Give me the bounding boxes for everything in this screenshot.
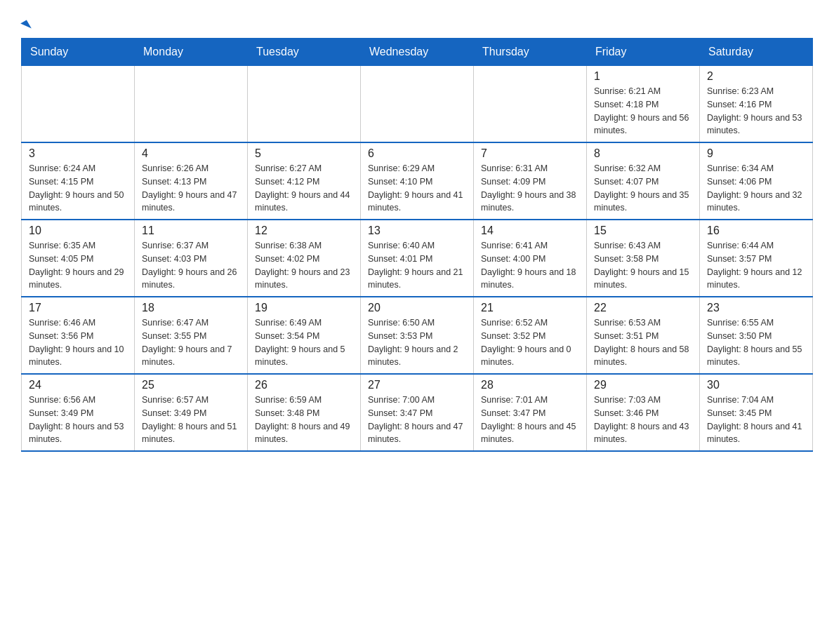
day-info: Sunrise: 6:59 AM Sunset: 3:48 PM Dayligh… xyxy=(255,394,353,446)
day-number: 13 xyxy=(368,224,466,237)
calendar-cell xyxy=(135,66,248,143)
calendar-cell: 22Sunrise: 6:53 AM Sunset: 3:51 PM Dayli… xyxy=(587,297,700,374)
calendar-week-row: 17Sunrise: 6:46 AM Sunset: 3:56 PM Dayli… xyxy=(22,297,813,374)
calendar-cell: 2Sunrise: 6:23 AM Sunset: 4:16 PM Daylig… xyxy=(700,66,813,143)
day-info: Sunrise: 6:52 AM Sunset: 3:52 PM Dayligh… xyxy=(481,316,579,369)
day-number: 2 xyxy=(707,70,805,83)
calendar-cell: 24Sunrise: 6:56 AM Sunset: 3:49 PM Dayli… xyxy=(22,374,135,451)
day-info: Sunrise: 6:29 AM Sunset: 4:10 PM Dayligh… xyxy=(368,162,466,215)
calendar-cell: 5Sunrise: 6:27 AM Sunset: 4:12 PM Daylig… xyxy=(248,142,361,220)
day-number: 1 xyxy=(594,70,692,83)
col-header-wednesday: Wednesday xyxy=(361,39,474,66)
day-number: 18 xyxy=(142,302,240,314)
day-info: Sunrise: 6:50 AM Sunset: 3:53 PM Dayligh… xyxy=(368,316,466,369)
day-number: 24 xyxy=(29,379,127,391)
day-number: 21 xyxy=(481,302,579,314)
calendar-cell: 3Sunrise: 6:24 AM Sunset: 4:15 PM Daylig… xyxy=(22,142,135,220)
calendar-cell: 28Sunrise: 7:01 AM Sunset: 3:47 PM Dayli… xyxy=(474,374,587,451)
calendar-cell: 12Sunrise: 6:38 AM Sunset: 4:02 PM Dayli… xyxy=(248,220,361,297)
day-number: 5 xyxy=(255,147,353,160)
calendar-cell: 18Sunrise: 6:47 AM Sunset: 3:55 PM Dayli… xyxy=(135,297,248,374)
day-number: 11 xyxy=(142,224,240,237)
day-info: Sunrise: 6:21 AM Sunset: 4:18 PM Dayligh… xyxy=(594,85,692,137)
calendar-cell: 15Sunrise: 6:43 AM Sunset: 3:58 PM Dayli… xyxy=(587,220,700,297)
day-number: 4 xyxy=(142,147,240,160)
day-info: Sunrise: 7:01 AM Sunset: 3:47 PM Dayligh… xyxy=(481,394,579,446)
calendar-week-row: 24Sunrise: 6:56 AM Sunset: 3:49 PM Dayli… xyxy=(22,374,813,451)
day-info: Sunrise: 6:46 AM Sunset: 3:56 PM Dayligh… xyxy=(29,316,127,369)
day-number: 14 xyxy=(481,224,579,237)
day-number: 12 xyxy=(255,224,353,237)
calendar-week-row: 1Sunrise: 6:21 AM Sunset: 4:18 PM Daylig… xyxy=(22,66,813,143)
calendar-cell: 17Sunrise: 6:46 AM Sunset: 3:56 PM Dayli… xyxy=(22,297,135,374)
day-number: 22 xyxy=(594,302,692,314)
day-number: 3 xyxy=(29,147,127,160)
calendar-cell: 1Sunrise: 6:21 AM Sunset: 4:18 PM Daylig… xyxy=(587,66,700,143)
day-info: Sunrise: 7:03 AM Sunset: 3:46 PM Dayligh… xyxy=(594,394,692,446)
day-info: Sunrise: 6:55 AM Sunset: 3:50 PM Dayligh… xyxy=(707,316,805,369)
day-info: Sunrise: 6:41 AM Sunset: 4:00 PM Dayligh… xyxy=(481,239,579,292)
day-number: 28 xyxy=(481,379,579,391)
col-header-friday: Friday xyxy=(587,39,700,66)
day-info: Sunrise: 7:04 AM Sunset: 3:45 PM Dayligh… xyxy=(707,394,805,446)
day-info: Sunrise: 6:43 AM Sunset: 3:58 PM Dayligh… xyxy=(594,239,692,292)
day-number: 19 xyxy=(255,302,353,314)
calendar-cell: 4Sunrise: 6:26 AM Sunset: 4:13 PM Daylig… xyxy=(135,142,248,220)
calendar-cell: 23Sunrise: 6:55 AM Sunset: 3:50 PM Dayli… xyxy=(700,297,813,374)
calendar-cell: 8Sunrise: 6:32 AM Sunset: 4:07 PM Daylig… xyxy=(587,142,700,220)
logo-arrow-icon xyxy=(20,20,32,32)
calendar-cell: 20Sunrise: 6:50 AM Sunset: 3:53 PM Dayli… xyxy=(361,297,474,374)
day-info: Sunrise: 6:44 AM Sunset: 3:57 PM Dayligh… xyxy=(707,239,805,292)
col-header-thursday: Thursday xyxy=(474,39,587,66)
calendar-cell: 19Sunrise: 6:49 AM Sunset: 3:54 PM Dayli… xyxy=(248,297,361,374)
day-number: 6 xyxy=(368,147,466,160)
day-info: Sunrise: 6:47 AM Sunset: 3:55 PM Dayligh… xyxy=(142,316,240,369)
calendar-cell: 26Sunrise: 6:59 AM Sunset: 3:48 PM Dayli… xyxy=(248,374,361,451)
calendar-week-row: 10Sunrise: 6:35 AM Sunset: 4:05 PM Dayli… xyxy=(22,220,813,297)
col-header-saturday: Saturday xyxy=(700,39,813,66)
day-number: 9 xyxy=(707,147,805,160)
calendar-cell: 29Sunrise: 7:03 AM Sunset: 3:46 PM Dayli… xyxy=(587,374,700,451)
calendar-header-row: SundayMondayTuesdayWednesdayThursdayFrid… xyxy=(22,39,813,66)
day-info: Sunrise: 6:56 AM Sunset: 3:49 PM Dayligh… xyxy=(29,394,127,446)
header xyxy=(21,14,813,31)
day-info: Sunrise: 6:31 AM Sunset: 4:09 PM Dayligh… xyxy=(481,162,579,215)
calendar-cell: 9Sunrise: 6:34 AM Sunset: 4:06 PM Daylig… xyxy=(700,142,813,220)
day-info: Sunrise: 6:23 AM Sunset: 4:16 PM Dayligh… xyxy=(707,85,805,137)
day-info: Sunrise: 7:00 AM Sunset: 3:47 PM Dayligh… xyxy=(368,394,466,446)
day-info: Sunrise: 6:34 AM Sunset: 4:06 PM Dayligh… xyxy=(707,162,805,215)
calendar-cell xyxy=(474,66,587,143)
day-info: Sunrise: 6:57 AM Sunset: 3:49 PM Dayligh… xyxy=(142,394,240,446)
calendar-cell: 16Sunrise: 6:44 AM Sunset: 3:57 PM Dayli… xyxy=(700,220,813,297)
day-number: 23 xyxy=(707,302,805,314)
day-number: 27 xyxy=(368,379,466,391)
day-info: Sunrise: 6:26 AM Sunset: 4:13 PM Dayligh… xyxy=(142,162,240,215)
day-number: 29 xyxy=(594,379,692,391)
col-header-tuesday: Tuesday xyxy=(248,39,361,66)
calendar-table: SundayMondayTuesdayWednesdayThursdayFrid… xyxy=(21,38,813,452)
day-number: 20 xyxy=(368,302,466,314)
calendar-cell: 14Sunrise: 6:41 AM Sunset: 4:00 PM Dayli… xyxy=(474,220,587,297)
day-info: Sunrise: 6:49 AM Sunset: 3:54 PM Dayligh… xyxy=(255,316,353,369)
day-number: 15 xyxy=(594,224,692,237)
day-number: 26 xyxy=(255,379,353,391)
calendar-cell: 21Sunrise: 6:52 AM Sunset: 3:52 PM Dayli… xyxy=(474,297,587,374)
calendar-cell xyxy=(361,66,474,143)
logo xyxy=(21,14,29,31)
calendar-cell: 30Sunrise: 7:04 AM Sunset: 3:45 PM Dayli… xyxy=(700,374,813,451)
day-number: 17 xyxy=(29,302,127,314)
day-info: Sunrise: 6:40 AM Sunset: 4:01 PM Dayligh… xyxy=(368,239,466,292)
day-info: Sunrise: 6:32 AM Sunset: 4:07 PM Dayligh… xyxy=(594,162,692,215)
day-number: 7 xyxy=(481,147,579,160)
day-number: 8 xyxy=(594,147,692,160)
calendar-cell: 10Sunrise: 6:35 AM Sunset: 4:05 PM Dayli… xyxy=(22,220,135,297)
calendar-cell xyxy=(248,66,361,143)
day-number: 16 xyxy=(707,224,805,237)
day-number: 10 xyxy=(29,224,127,237)
day-info: Sunrise: 6:53 AM Sunset: 3:51 PM Dayligh… xyxy=(594,316,692,369)
calendar-cell: 25Sunrise: 6:57 AM Sunset: 3:49 PM Dayli… xyxy=(135,374,248,451)
calendar-cell: 11Sunrise: 6:37 AM Sunset: 4:03 PM Dayli… xyxy=(135,220,248,297)
day-info: Sunrise: 6:35 AM Sunset: 4:05 PM Dayligh… xyxy=(29,239,127,292)
calendar-cell: 6Sunrise: 6:29 AM Sunset: 4:10 PM Daylig… xyxy=(361,142,474,220)
day-info: Sunrise: 6:27 AM Sunset: 4:12 PM Dayligh… xyxy=(255,162,353,215)
